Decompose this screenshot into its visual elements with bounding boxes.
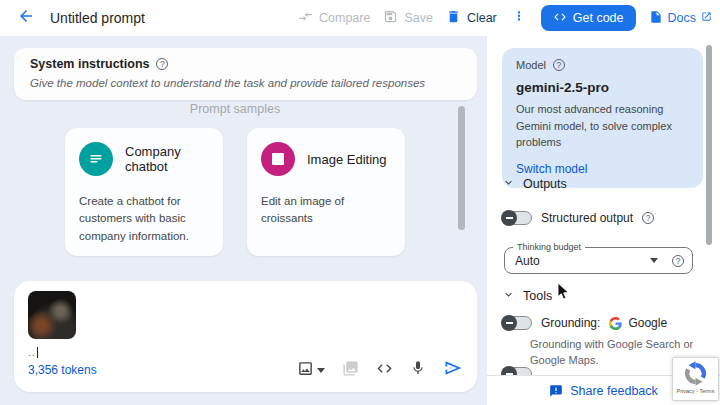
toggle-knob-icon [501, 210, 517, 226]
sample-card-title: Image Editing [307, 152, 387, 167]
thinking-budget-help-icon[interactable] [672, 255, 684, 267]
token-count: 3,356 tokens [28, 363, 97, 377]
insert-media-button[interactable] [297, 360, 325, 381]
structured-output-toggle[interactable] [502, 211, 532, 225]
structured-output-label: Structured output [541, 211, 633, 225]
save-icon [383, 9, 398, 27]
google-g-icon [609, 317, 622, 330]
back-arrow-icon [17, 7, 35, 29]
feedback-icon [549, 384, 563, 398]
insert-image-icon [297, 360, 314, 381]
thinking-budget-label: Thinking budget [513, 242, 585, 252]
model-description: Our most advanced reasoning Gemini model… [516, 101, 689, 151]
recaptcha-privacy-terms[interactable]: Privacy - Terms [677, 388, 715, 394]
thinking-budget-dropdown[interactable]: Thinking budget Auto [504, 247, 693, 274]
chevron-down-icon [502, 176, 515, 192]
system-instructions-placeholder[interactable]: Give the model context to understand the… [30, 77, 461, 89]
recaptcha-logo-icon [683, 361, 708, 386]
switch-model-link[interactable]: Switch model [516, 162, 689, 176]
get-code-button[interactable]: Get code [541, 5, 636, 31]
model-card: Model gemini-2.5-pro Our most advanced r… [502, 48, 703, 188]
clear-label: Clear [467, 11, 497, 25]
compare-label: Compare [319, 11, 370, 25]
prompt-samples-heading: Prompt samples [0, 102, 470, 116]
kebab-menu-icon [512, 8, 526, 28]
structured-output-help-icon[interactable] [642, 212, 654, 224]
sample-card-title: Company chatbot [125, 144, 209, 174]
code-icon [553, 10, 567, 27]
save-button[interactable]: Save [383, 9, 433, 27]
more-options-button[interactable] [510, 8, 528, 28]
outputs-section-header[interactable]: Outputs [502, 176, 567, 192]
main-content: System instructions Give the model conte… [0, 36, 720, 405]
docs-button[interactable]: Docs [649, 10, 712, 27]
trash-icon [446, 9, 461, 27]
text-cursor [37, 347, 38, 358]
attached-image-thumbnail[interactable] [28, 291, 76, 339]
sample-card-image-editing[interactable]: Image Editing Edit an image of croissant… [247, 128, 405, 256]
grounding-label: Grounding: [541, 316, 600, 330]
share-feedback-link[interactable]: Share feedback [570, 384, 658, 398]
docs-label: Docs [668, 11, 696, 25]
tools-heading: Tools [523, 289, 552, 303]
mic-button[interactable] [410, 360, 426, 380]
sample-card-company-chatbot[interactable]: Company chatbot Create a chatbot for cus… [65, 128, 223, 256]
dropdown-caret-icon [317, 368, 325, 373]
save-label: Save [404, 11, 433, 25]
code-brackets-icon [376, 360, 393, 381]
sample-media-icon [342, 360, 359, 381]
settings-panel-scrollbar[interactable] [706, 45, 712, 245]
help-icon[interactable] [156, 58, 168, 70]
sample-card-description: Create a chatbot for customers with basi… [79, 193, 209, 245]
prompt-area: System instructions Give the model conte… [0, 36, 487, 405]
image-icon [261, 142, 295, 176]
prompt-input-card[interactable]: .. 3,356 tokens [14, 281, 477, 392]
clear-button[interactable]: Clear [446, 9, 497, 27]
prompt-area-scrollbar[interactable] [458, 106, 465, 230]
send-icon [443, 358, 463, 382]
document-icon [649, 10, 663, 27]
recaptcha-badge[interactable]: Privacy - Terms [672, 357, 719, 401]
prompt-title[interactable]: Untitled prompt [50, 10, 145, 26]
toggle-knob-icon [501, 315, 517, 331]
microphone-icon [410, 360, 426, 380]
insert-code-button[interactable] [376, 360, 393, 381]
model-label: Model [516, 59, 546, 71]
get-code-label: Get code [573, 11, 624, 25]
sample-card-description: Edit an image of croissants [261, 193, 391, 228]
dropdown-caret-icon [650, 258, 658, 263]
system-instructions-title: System instructions [30, 57, 149, 71]
run-settings-panel: Model gemini-2.5-pro Our most advanced r… [487, 36, 720, 405]
system-instructions-card[interactable]: System instructions Give the model conte… [14, 48, 477, 100]
grounding-toggle[interactable] [502, 316, 532, 330]
model-help-icon[interactable] [553, 59, 565, 71]
mouse-cursor [557, 282, 570, 305]
outputs-heading: Outputs [523, 177, 567, 191]
chat-lines-icon [79, 142, 113, 176]
tools-section-header[interactable]: Tools [502, 288, 552, 304]
compare-icon [298, 9, 313, 27]
run-button[interactable] [443, 358, 463, 382]
thinking-budget-value: Auto [515, 254, 540, 268]
external-link-icon [701, 11, 712, 25]
ai-studio-app: Untitled prompt Compare Save Clear [0, 0, 720, 405]
typed-text[interactable]: .. [28, 347, 36, 358]
back-button[interactable] [14, 6, 38, 30]
structured-output-row: Structured output [502, 211, 654, 225]
sample-media-button[interactable] [342, 360, 359, 381]
compare-button[interactable]: Compare [298, 9, 370, 27]
toolbar-actions: Compare Save Clear [298, 5, 712, 31]
grounding-provider: Google [628, 316, 667, 330]
grounding-row: Grounding: Google [502, 316, 667, 330]
model-name: gemini-2.5-pro [516, 80, 689, 95]
chevron-down-icon [502, 288, 515, 304]
top-bar: Untitled prompt Compare Save Clear [0, 0, 720, 36]
